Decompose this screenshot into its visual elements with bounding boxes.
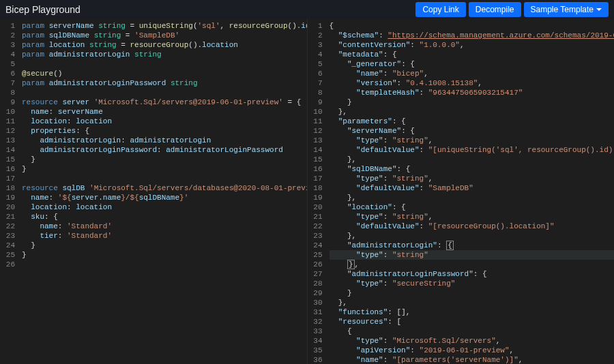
app-header: Bicep Playground Copy Link Decompile Sam… xyxy=(0,0,614,19)
json-gutter: 1234567891011121314151617181920212223242… xyxy=(308,19,330,364)
sample-template-label: Sample Template xyxy=(531,5,594,14)
json-editor-pane[interactable]: 1234567891011121314151617181920212223242… xyxy=(308,19,615,364)
bicep-code[interactable]: param serverName string = uniqueString('… xyxy=(22,19,307,364)
header-buttons: Copy Link Decompile Sample Template xyxy=(415,2,609,17)
json-code[interactable]: { "$schema": "https://schema.management.… xyxy=(330,19,615,364)
sample-template-button[interactable]: Sample Template xyxy=(524,2,609,17)
editor-split: 1234567891011121314151617181920212223242… xyxy=(0,19,614,364)
copy-link-button[interactable]: Copy Link xyxy=(415,2,465,17)
bicep-gutter: 1234567891011121314151617181920212223242… xyxy=(0,19,22,364)
decompile-button[interactable]: Decompile xyxy=(469,2,521,17)
chevron-down-icon xyxy=(596,8,602,11)
bicep-editor-pane[interactable]: 1234567891011121314151617181920212223242… xyxy=(0,19,308,364)
page-title: Bicep Playground xyxy=(5,4,415,15)
